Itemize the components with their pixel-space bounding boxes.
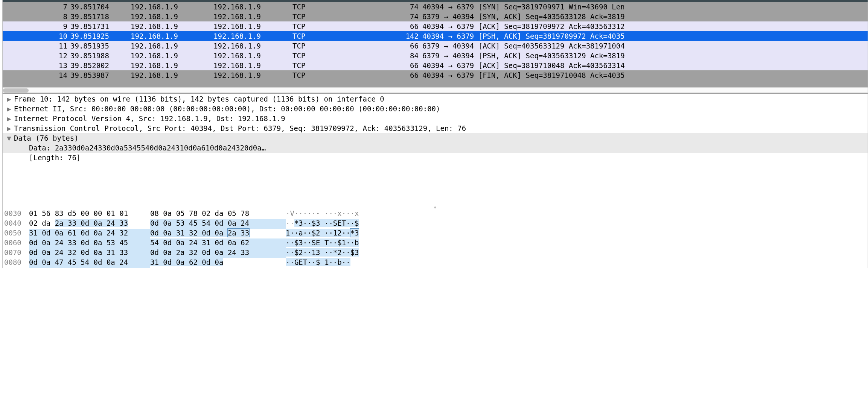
packet-info: 40394 → 6379 [SYN] Seq=3819709971 Win=43… <box>422 2 868 12</box>
packet-protocol: TCP <box>292 2 353 12</box>
wireshark-window: 7 39.851704 192.168.1.9 192.168.1.9 TCP … <box>2 0 868 268</box>
detail-tcp-text: Transmission Control Protocol, Src Port:… <box>14 124 466 132</box>
hex-bytes-right: 0d 0a 2a 32 0d 0a 24 33 <box>150 248 286 258</box>
packet-row-selected[interactable]: 10 39.851925 192.168.1.9 192.168.1.9 TCP… <box>3 31 868 41</box>
pane-splitter[interactable] <box>3 206 868 208</box>
hex-ascii: ··GET··$ 1··b·· <box>286 258 868 268</box>
packet-row[interactable]: 7 39.851704 192.168.1.9 192.168.1.9 TCP … <box>3 2 868 12</box>
detail-ip-text: Internet Protocol Version 4, Src: 192.16… <box>14 114 285 123</box>
packet-dest: 192.168.1.9 <box>213 2 292 12</box>
detail-data-length[interactable]: [Length: 76] <box>3 153 868 163</box>
hex-dump-pane[interactable]: 0030 01 56 83 d5 00 00 01 01 08 0a 05 78… <box>3 208 868 268</box>
packet-row[interactable]: 9 39.851731 192.168.1.9 192.168.1.9 TCP … <box>3 21 868 31</box>
expand-icon[interactable]: ▶ <box>4 124 14 132</box>
hex-ascii: ··*3··$3 ··SET··$ <box>286 219 868 229</box>
splitter-grip-icon <box>434 207 436 208</box>
hex-bytes-right: 08 0a 05 78 02 da 05 78 <box>150 209 286 219</box>
packet-time: 39.851704 <box>70 2 131 12</box>
hex-row[interactable]: 0070 0d 0a 24 32 0d 0a 31 33 0d 0a 2a 32… <box>3 248 868 258</box>
hex-ascii: ··$3··SE T··$1··b <box>286 238 868 248</box>
hex-row[interactable]: 0060 0d 0a 24 33 0d 0a 53 45 54 0d 0a 24… <box>3 238 868 248</box>
hex-ascii: ··$2··13 ··*2··$3 <box>286 248 868 258</box>
packet-row[interactable]: 13 39.852002 192.168.1.9 192.168.1.9 TCP… <box>3 61 868 70</box>
expand-icon[interactable]: ▶ <box>4 114 14 123</box>
hex-bytes-left: 0d 0a 24 32 0d 0a 31 33 <box>29 248 150 258</box>
hex-bytes-left: 0d 0a 47 45 54 0d 0a 24 <box>29 258 150 268</box>
detail-eth-text: Ethernet II, Src: 00:00:00_00:00:00 (00:… <box>14 105 440 113</box>
hex-row[interactable]: 0050 31 0d 0a 61 0d 0a 24 32 0d 0a 31 32… <box>3 229 868 238</box>
detail-data-hex[interactable]: Data: 2a330d0a24330d0a5345540d0a24310d0a… <box>3 143 868 153</box>
packet-source: 192.168.1.9 <box>131 2 213 12</box>
collapse-icon[interactable]: ▼ <box>4 134 14 142</box>
packet-length: 74 <box>353 2 422 12</box>
hex-bytes-right: 31 0d 0a 62 0d 0a <box>150 258 286 268</box>
hex-row[interactable]: 0040 02 da 2a 33 0d 0a 24 33 0d 0a 53 45… <box>3 219 868 229</box>
detail-ethernet[interactable]: ▶ Ethernet II, Src: 00:00:00_00:00:00 (0… <box>3 104 868 114</box>
hex-bytes-left: 01 56 83 d5 00 00 01 01 <box>29 209 150 219</box>
expand-icon[interactable]: ▶ <box>4 105 14 113</box>
hex-row[interactable]: 0080 0d 0a 47 45 54 0d 0a 24 31 0d 0a 62… <box>3 258 868 268</box>
detail-frame[interactable]: ▶ Frame 10: 142 bytes on wire (1136 bits… <box>3 94 868 104</box>
detail-data-hdr-text: Data (76 bytes) <box>14 134 79 142</box>
hex-row[interactable]: 0030 01 56 83 d5 00 00 01 01 08 0a 05 78… <box>3 209 868 219</box>
scroll-thumb[interactable] <box>3 88 29 93</box>
hex-ascii: ·V······ ···x···x <box>286 209 868 219</box>
packet-row[interactable]: 8 39.851718 192.168.1.9 192.168.1.9 TCP … <box>3 12 868 21</box>
hex-bytes-left: 0d 0a 24 33 0d 0a 53 45 <box>29 238 150 248</box>
packet-list-hscrollbar[interactable] <box>3 87 868 93</box>
detail-data-len-text: [Length: 76] <box>29 153 81 162</box>
packet-row[interactable]: 12 39.851988 192.168.1.9 192.168.1.9 TCP… <box>3 51 868 61</box>
packet-row[interactable]: 11 39.851935 192.168.1.9 192.168.1.9 TCP… <box>3 41 868 51</box>
detail-data-hex-text: Data: 2a330d0a24330d0a5345540d0a24310d0a… <box>29 144 266 152</box>
packet-details-pane[interactable]: ▶ Frame 10: 142 bytes on wire (1136 bits… <box>3 94 868 206</box>
detail-frame-text: Frame 10: 142 bytes on wire (1136 bits),… <box>14 95 384 103</box>
hex-bytes-left: 31 0d 0a 61 0d 0a 24 32 <box>29 229 150 238</box>
hex-bytes-right: 54 0d 0a 24 31 0d 0a 62 <box>150 238 286 248</box>
hex-bytes-left: 02 da 2a 33 0d 0a 24 33 <box>29 219 150 229</box>
hex-offset: 0030 <box>4 209 29 219</box>
hex-bytes-right: 0d 0a 53 45 54 0d 0a 24 <box>150 219 286 229</box>
packet-row[interactable]: 14 39.853987 192.168.1.9 192.168.1.9 TCP… <box>3 70 868 80</box>
detail-data-header[interactable]: ▼ Data (76 bytes) <box>3 133 868 143</box>
detail-tcp[interactable]: ▶ Transmission Control Protocol, Src Por… <box>3 123 868 133</box>
packet-row-partial[interactable] <box>3 80 868 87</box>
detail-ip[interactable]: ▶ Internet Protocol Version 4, Src: 192.… <box>3 114 868 123</box>
hex-bytes-right: 0d 0a 31 32 0d 0a 2a 33 <box>150 229 286 238</box>
hex-ascii: 1··a··$2 ··12··*3 <box>286 229 868 238</box>
expand-icon[interactable]: ▶ <box>4 95 14 103</box>
packet-no: 7 <box>3 2 70 12</box>
packet-list-pane[interactable]: 7 39.851704 192.168.1.9 192.168.1.9 TCP … <box>3 2 868 94</box>
